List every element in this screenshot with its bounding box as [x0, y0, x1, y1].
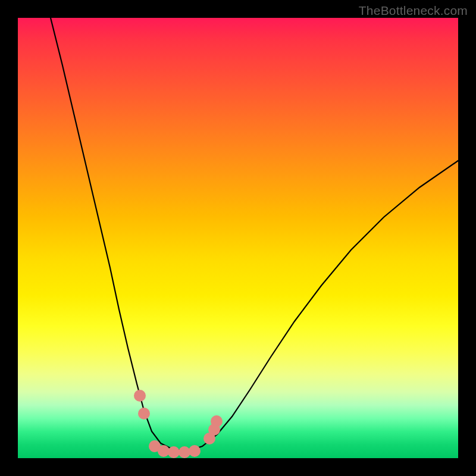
highlight-dot [138, 408, 150, 419]
highlight-dot [189, 445, 201, 457]
highlight-dot [158, 445, 170, 457]
highlight-dot [211, 415, 223, 427]
highlight-dot [168, 446, 180, 458]
curve-layer [18, 18, 458, 458]
chart-container [18, 18, 458, 458]
highlight-markers [134, 390, 223, 458]
main-curve [51, 18, 458, 451]
highlight-dot [134, 390, 146, 402]
highlight-dot [178, 446, 190, 458]
watermark-text: TheBottleneck.com [359, 4, 468, 18]
